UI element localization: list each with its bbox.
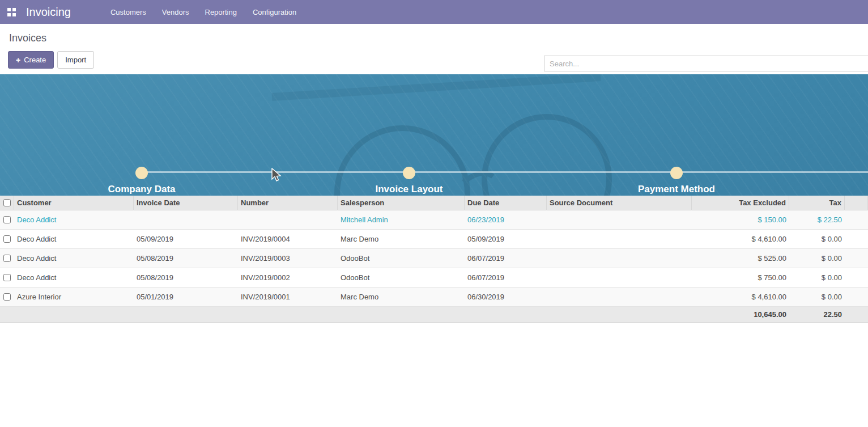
list-body: Deco Addict Mitchell Admin 06/23/2019 $ … <box>0 210 868 307</box>
column-header-invoice-date[interactable]: Invoice Date <box>134 196 238 210</box>
total-tax-excluded: 10,645.00 <box>692 310 789 319</box>
total-tax: 22.50 <box>789 310 845 319</box>
cell-tax-excluded: $ 4,610.00 <box>692 293 789 301</box>
cell-tax-excluded: $ 4,610.00 <box>692 235 789 243</box>
table-row[interactable]: Deco Addict 05/08/2019 INV/2019/0003 Odo… <box>0 249 868 268</box>
invoice-list: Customer Invoice Date Number Salesperson… <box>0 196 868 323</box>
step-title: Company Data <box>57 184 227 195</box>
row-checkbox[interactable] <box>3 255 11 262</box>
list-footer-row: 10,645.00 22.50 <box>0 307 868 323</box>
cell-customer[interactable]: Deco Addict <box>14 215 134 224</box>
cell-number: INV/2019/0001 <box>238 293 338 301</box>
top-navbar: Invoicing Customers Vendors Reporting Co… <box>0 0 868 24</box>
cell-tax-excluded: $ 525.00 <box>692 254 789 263</box>
create-button-label: Create <box>24 56 46 64</box>
cell-number: INV/2019/0003 <box>238 254 338 263</box>
row-checkbox[interactable] <box>3 216 11 223</box>
control-panel: Invoices + Create Import Filters <box>0 24 868 74</box>
column-header-salesperson[interactable]: Salesperson <box>338 196 465 210</box>
step-dot-invoice-layout <box>403 167 415 179</box>
onboarding-step-invoice-layout: Invoice Layout Customize the look of you… <box>324 184 494 196</box>
cell-customer[interactable]: Deco Addict <box>14 273 134 282</box>
cell-number: INV/2019/0004 <box>238 235 338 243</box>
cell-salesperson[interactable]: OdooBot <box>338 273 465 282</box>
step-title: Payment Method <box>592 184 761 195</box>
create-button[interactable]: + Create <box>8 51 54 69</box>
cell-tax: $ 0.00 <box>789 254 845 263</box>
onboarding-timeline <box>142 171 868 173</box>
import-button[interactable]: Import <box>57 51 94 69</box>
cell-due-date: 06/30/2019 <box>465 293 547 301</box>
cell-customer[interactable]: Deco Addict <box>14 254 134 263</box>
page-title: Invoices <box>9 32 46 44</box>
cell-invoice-date: 05/01/2019 <box>134 293 238 301</box>
nav-item-reporting[interactable]: Reporting <box>197 0 245 24</box>
row-checkbox[interactable] <box>3 274 11 281</box>
invoicing-app-window: Invoicing Customers Vendors Reporting Co… <box>0 0 868 427</box>
select-all-checkbox[interactable] <box>3 199 11 206</box>
nav-item-configuration[interactable]: Configuration <box>245 0 304 24</box>
column-header-number[interactable]: Number <box>238 196 338 210</box>
table-row[interactable]: Deco Addict Mitchell Admin 06/23/2019 $ … <box>0 210 868 230</box>
app-name[interactable]: Invoicing <box>26 6 71 19</box>
cell-tax: $ 0.00 <box>789 235 845 243</box>
plus-icon: + <box>16 56 20 64</box>
cell-invoice-date: 05/08/2019 <box>134 273 238 282</box>
list-header-row: Customer Invoice Date Number Salesperson… <box>0 196 868 210</box>
cell-tax: $ 0.00 <box>789 293 845 301</box>
apps-grid-icon <box>7 8 16 16</box>
cell-customer[interactable]: Deco Addict <box>14 235 134 243</box>
table-row[interactable]: Deco Addict 05/09/2019 INV/2019/0004 Mar… <box>0 230 868 249</box>
apps-menu-button[interactable] <box>0 0 23 24</box>
cell-salesperson[interactable]: Marc Demo <box>338 293 465 301</box>
cell-invoice-date: 05/08/2019 <box>134 254 238 263</box>
cell-invoice-date: 05/09/2019 <box>134 235 238 243</box>
nav-item-vendors[interactable]: Vendors <box>154 0 197 24</box>
step-title: Invoice Layout <box>324 184 494 195</box>
column-header-customer[interactable]: Customer <box>14 196 134 210</box>
onboarding-banner: Company Data Set your company's data for… <box>0 74 868 196</box>
column-header-tax-excluded[interactable]: Tax Excluded <box>692 196 789 210</box>
column-header-due-date[interactable]: Due Date <box>465 196 547 210</box>
cell-due-date: 06/07/2019 <box>465 273 547 282</box>
header-spacer <box>845 196 868 210</box>
cell-due-date: 06/07/2019 <box>465 254 547 263</box>
cell-tax-excluded: $ 150.00 <box>692 215 789 224</box>
table-row[interactable]: Deco Addict 05/08/2019 INV/2019/0002 Odo… <box>0 268 868 288</box>
navbar-menu: Customers Vendors Reporting Configuratio… <box>103 0 304 24</box>
cell-due-date: 05/09/2019 <box>465 235 547 243</box>
cell-number: INV/2019/0002 <box>238 273 338 282</box>
nav-item-customers[interactable]: Customers <box>103 0 154 24</box>
step-dot-payment-method <box>670 167 683 179</box>
step-dot-company-data <box>135 167 148 179</box>
onboarding-step-payment-method: Payment Method Configure your payment me… <box>592 184 761 196</box>
column-header-tax[interactable]: Tax <box>789 196 845 210</box>
cell-tax: $ 22.50 <box>789 215 845 224</box>
cell-tax: $ 0.00 <box>789 273 845 282</box>
cell-tax-excluded: $ 750.00 <box>692 273 789 282</box>
banner-glasses-artwork <box>238 74 691 196</box>
search-input[interactable] <box>544 56 868 71</box>
import-button-label: Import <box>65 56 86 64</box>
row-checkbox[interactable] <box>3 293 11 301</box>
cell-salesperson[interactable]: Marc Demo <box>338 235 465 243</box>
cell-salesperson[interactable]: OdooBot <box>338 254 465 263</box>
select-all-checkbox-cell <box>0 196 14 210</box>
cell-salesperson[interactable]: Mitchell Admin <box>338 215 465 224</box>
cell-due-date: 06/23/2019 <box>465 215 547 224</box>
table-row[interactable]: Azure Interior 05/01/2019 INV/2019/0001 … <box>0 288 868 307</box>
cell-customer[interactable]: Azure Interior <box>14 293 134 301</box>
onboarding-step-company-data: Company Data Set your company's data for… <box>57 184 227 196</box>
row-checkbox[interactable] <box>3 235 11 243</box>
column-header-source-document[interactable]: Source Document <box>547 196 692 210</box>
